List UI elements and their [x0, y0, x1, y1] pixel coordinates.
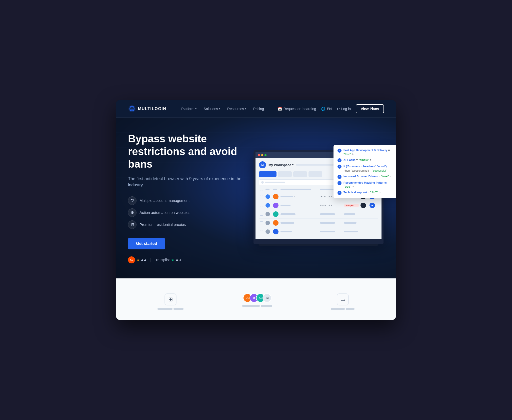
nav-links: Platform ▾ Solutions ▾ Resources ▾ Prici…	[178, 105, 270, 113]
fc-row-2: ✓ API Calls = "single" >	[338, 158, 394, 162]
rating-divider: |	[150, 257, 151, 263]
hero-title: Bypass website restrictions and avoid ba…	[128, 133, 248, 170]
table-row	[259, 219, 378, 227]
logo[interactable]: MULTILOGIN	[128, 105, 166, 113]
svg-point-1	[131, 109, 133, 111]
bottom-col-1: ⊞	[158, 293, 184, 310]
table-row: ↑ 25.25.111.3 Stopped ▶	[259, 201, 378, 210]
logo-icon	[128, 105, 136, 113]
trustpilot-label: Trustpilot	[156, 258, 170, 262]
row-bars: ↑	[280, 204, 318, 207]
tab-profiles[interactable]	[259, 171, 276, 177]
nav-solutions[interactable]: Solutions ▾	[200, 105, 223, 113]
hero-subtitle: The first antidetect browser with 9 year…	[128, 176, 248, 188]
bar	[320, 213, 335, 215]
row-checkbox[interactable]	[260, 221, 263, 224]
nav-pricing[interactable]: Pricing	[250, 105, 267, 113]
avatar	[273, 211, 278, 217]
browser-profiles-icon: ⊞	[164, 293, 176, 305]
th-1	[266, 189, 270, 190]
stop-button[interactable]	[360, 203, 366, 208]
feature-item-2: ⚙ Action automation on websites	[128, 208, 248, 217]
nav-resources[interactable]: Resources ▾	[224, 105, 249, 113]
th-2	[273, 189, 277, 190]
profile-dot	[266, 194, 270, 199]
profile-dot	[266, 221, 270, 225]
avatar-more: +3	[262, 293, 272, 302]
bar	[344, 213, 355, 215]
row-checkbox[interactable]	[260, 204, 263, 207]
nav-platform[interactable]: Platform ▾	[178, 105, 200, 113]
avatar	[273, 220, 278, 226]
check-icon: ✓	[338, 175, 342, 179]
g2-star-icon: ★	[136, 258, 140, 262]
workspace-icon: M	[259, 161, 266, 168]
gear-icon: ⚙	[128, 208, 136, 217]
bottom-col-2: A B C +3	[242, 293, 272, 307]
row-checkbox[interactable]	[260, 230, 263, 233]
chevron-down-icon: ▾	[245, 107, 246, 110]
hero-left: Bypass website restrictions and avoid ba…	[128, 133, 248, 263]
view-plans-button[interactable]: View Plans	[356, 104, 384, 113]
bar	[344, 231, 358, 232]
row-checkbox[interactable]	[260, 195, 263, 198]
th-3	[280, 189, 311, 190]
check-icon: ✓	[338, 181, 342, 185]
table-row	[259, 227, 378, 236]
row-bars	[280, 213, 318, 215]
chevron-down-icon: ▾	[219, 107, 220, 110]
page-wrapper: MULTILOGIN Platform ▾ Solutions ▾ Resour…	[116, 100, 396, 320]
chevron-down-icon: ▾	[292, 164, 294, 166]
search-icon	[261, 181, 264, 184]
calendar-icon: 📅	[278, 107, 282, 111]
check-icon: ✓	[338, 191, 342, 195]
fc-row-3: ✓ if ('Browsers = headless', 'scroll')th…	[338, 164, 394, 173]
sort-icon: ↑	[294, 196, 295, 198]
dot-red	[258, 154, 260, 156]
fc-row-1: ✓ Fast App Development & Delivery = "tru…	[338, 148, 394, 156]
status-badge: Stopped	[344, 204, 359, 207]
get-started-button[interactable]: Get started	[128, 238, 165, 249]
profile-dot	[266, 212, 270, 216]
check-icon: ✓	[338, 158, 342, 162]
nav-right: 📅 Request on-boarding 🌐 EN ↩ Log in View…	[278, 104, 384, 113]
table-row	[259, 210, 378, 219]
sort-icon: ↑	[292, 204, 292, 207]
api-icon: ▭	[337, 293, 349, 305]
dot-yellow	[261, 154, 263, 156]
bottom-bars-3	[331, 308, 354, 310]
request-onboarding-link[interactable]: 📅 Request on-boarding	[278, 107, 316, 111]
tab-4[interactable]	[308, 171, 322, 177]
play-button[interactable]: ▶	[370, 203, 375, 208]
feature-item-1: 🛡 Multiple account management	[128, 196, 248, 205]
bar	[320, 222, 335, 224]
fc-row-5: ✓ Recommended Masking Patterns = "true" …	[338, 181, 394, 189]
feature-card: ✓ Fast App Development & Delivery = "tru…	[334, 145, 396, 198]
check-icon: ✓	[338, 149, 342, 153]
hero-section: Bypass website restrictions and avoid ba…	[116, 118, 396, 278]
profile-dot	[266, 203, 270, 208]
row-bars	[280, 231, 318, 232]
language-selector[interactable]: 🌐 EN	[321, 107, 332, 111]
shield-icon: 🛡	[128, 196, 136, 205]
avatar	[273, 194, 278, 199]
tab-2[interactable]	[278, 171, 292, 177]
hero-right: ✓ Fast App Development & Delivery = "tru…	[253, 150, 384, 246]
globe-icon: 🌐	[321, 107, 325, 111]
workspace-label: My Workspace ▾	[268, 163, 294, 167]
profile-dot	[266, 229, 270, 234]
fc-row-4: ✓ Improved Browser Drivers = "true" >	[338, 175, 394, 179]
login-link[interactable]: ↩ Log in	[337, 107, 351, 111]
g2-score: 4.4	[141, 258, 146, 262]
row-bars: ↑	[280, 196, 318, 198]
ip-address: 25.25.111.3	[320, 204, 342, 207]
bottom-section: ⊞ A B C +3 ▭	[116, 278, 396, 320]
bottom-bars-2	[242, 305, 272, 307]
avatar	[273, 203, 278, 208]
trustpilot-rating: Trustpilot ★ 4.3	[156, 258, 181, 262]
search-placeholder	[265, 182, 285, 183]
proxy-icon: 🖥	[128, 220, 136, 229]
row-checkbox[interactable]	[260, 213, 263, 216]
g2-badge: G	[128, 256, 135, 263]
tab-3[interactable]	[293, 171, 307, 177]
